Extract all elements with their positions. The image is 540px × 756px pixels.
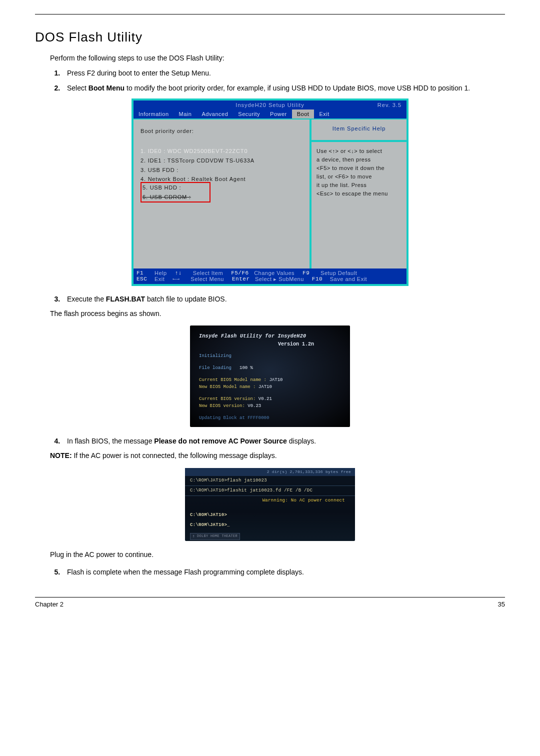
fk-enter: Enter xyxy=(232,276,253,282)
help-line-5: it up the list. Press xyxy=(316,181,402,190)
fk-leftright: ←→ xyxy=(172,276,188,282)
tab-advanced: Advanced xyxy=(196,110,233,118)
shot3-warn: Warnning: No AC power connect xyxy=(190,497,350,504)
fk-updown: ↑↓ xyxy=(175,270,191,276)
fk-esc: ESC xyxy=(136,276,152,282)
fk-f10: F10 xyxy=(312,276,328,282)
fv-select-menu: Select Menu xyxy=(190,276,224,282)
boot-item-5: 5. USB HDD : xyxy=(142,183,206,192)
step-2-c: to modify the boot priority order, for e… xyxy=(124,84,470,92)
steps-list-cont3: Flash is complete when the message Flash… xyxy=(62,567,505,577)
shot2-file: File loading xyxy=(199,365,232,372)
bios-tabs: Information Main Advanced Security Power… xyxy=(134,110,406,118)
boot-item-3: 3. USB FDD : xyxy=(140,166,302,175)
tab-security: Security xyxy=(233,110,265,118)
help-line-6: <Esc> to escape the menu xyxy=(316,190,402,198)
bios-title: InsydeH20 Setup Utility xyxy=(236,102,304,108)
page-number: 35 xyxy=(498,600,505,608)
bios-help-panel: Item Specific Help Use <↑> or <↓> to sel… xyxy=(312,120,406,268)
page-title: DOS Flash Utility xyxy=(35,30,505,45)
tab-main: Main xyxy=(174,110,197,118)
boot-item-1: 1. IDE0 : WDC WD2500BEVT-22ZCT0 xyxy=(140,146,302,156)
shot2-pct: 100 % xyxy=(240,366,253,370)
shot2-nml: New BIOS Model name : xyxy=(199,384,256,390)
chapter-label: Chapter 2 xyxy=(35,600,64,608)
step-1: Press F2 during boot to enter the Setup … xyxy=(62,68,505,78)
boot-item-2: 2. IDE1 : TSSTcorp CDDVDW TS-U633A xyxy=(140,156,302,166)
boot-priority-label: Boot priority order: xyxy=(140,126,302,136)
fv-submenu: Select ▸ SubMenu xyxy=(255,276,304,282)
shot3-l3: C:\ROM\JAT10> xyxy=(190,512,227,518)
top-rule xyxy=(35,14,505,14)
steps-list: Press F2 during boot to enter the Setup … xyxy=(62,68,505,94)
fk-f9: F9 xyxy=(302,270,318,276)
help-line-1: Use <↑> or <↓> to select xyxy=(316,147,402,156)
step-4-note: NOTE: If the AC power is not connected, … xyxy=(50,451,505,461)
bios-left-panel: Boot priority order: 1. IDE0 : WDC WD250… xyxy=(134,120,312,268)
step-1-text: Press F2 during boot to enter the Setup … xyxy=(67,69,211,77)
help-title: Item Specific Help xyxy=(312,120,406,142)
step-3-follow: The flash process begins as shown. xyxy=(50,309,505,319)
bios-rev: Rev. 3.5 xyxy=(304,102,402,108)
step-2-b: Boot Menu xyxy=(88,84,124,92)
shot3-topbar: 2 dir(s) 2,701,333,336 bytes free xyxy=(185,468,355,476)
step-5: Flash is complete when the message Flash… xyxy=(62,567,505,577)
step-4: In flash BIOS, the message Please do not… xyxy=(62,436,505,446)
help-line-3: <F5> to move it down the xyxy=(316,164,402,172)
step-3-a: Execute the xyxy=(67,295,106,303)
tab-boot: Boot xyxy=(292,110,314,118)
ac-warning-screenshot: 2 dir(s) 2,701,333,336 bytes free C:\ROM… xyxy=(185,468,355,541)
steps-list-cont1: Execute the FLASH.BAT batch file to upda… xyxy=(62,294,505,304)
shot2-version: Version 1.2n xyxy=(199,340,344,348)
tab-power: Power xyxy=(265,110,292,118)
bios-header: InsydeH20 Setup Utility Rev. 3.5 xyxy=(134,100,406,110)
fv-setup-default: Setup Default xyxy=(320,270,357,276)
fk-f5f6: F5/F6 xyxy=(231,270,252,276)
shot2-nvl: New BIOS version: xyxy=(199,404,245,408)
tab-exit: Exit xyxy=(314,110,334,118)
step-4-a: In flash BIOS, the message xyxy=(67,437,154,445)
note-label: NOTE: xyxy=(50,452,72,460)
bios-screenshot: InsydeH20 Setup Utility Rev. 3.5 Informa… xyxy=(132,98,408,286)
shot2-cml: Current BIOS Model name : xyxy=(199,378,266,382)
shot2-init: Initializing xyxy=(199,353,232,360)
shot2-title: Insyde Flash Utility for InsydeH20 xyxy=(199,332,344,340)
fv-change-values: Change Values xyxy=(254,270,294,276)
step-3: Execute the FLASH.BAT batch file to upda… xyxy=(62,294,505,304)
step-3-b: FLASH.BAT xyxy=(106,295,145,303)
step-4-follow: Plug in the AC power to continue. xyxy=(50,550,505,560)
shot2-nmv: JAT10 xyxy=(258,384,272,390)
step-2: Select Boot Menu to modify the boot prio… xyxy=(62,83,505,93)
help-line-2: a device, then press xyxy=(316,156,402,164)
shot2-cvv: V0.21 xyxy=(258,396,272,402)
tab-information: Information xyxy=(134,110,174,118)
shot2-nvv: V0.23 xyxy=(248,404,261,408)
step-4-b: Please do not remove AC Power Source xyxy=(154,437,287,445)
shot3-l1: C:\ROM\JAT10>flash jat10023 xyxy=(190,478,267,483)
shot3-badge: ▯ DOLBY HOME THEATER xyxy=(190,533,240,540)
bios-footer: F1Help ↑↓Select Item F5/F6Change Values … xyxy=(134,268,406,284)
fv-help: Help xyxy=(154,270,167,276)
boot-item-6: 6. USB CDROM : xyxy=(142,192,191,202)
note-text: If the AC power is not connected, the fo… xyxy=(72,452,277,460)
help-line-4: list, or <F6> to move xyxy=(316,172,402,181)
shot3-l4: C:\ROM\JAT10>_ xyxy=(190,522,230,528)
step-4-c: displays. xyxy=(287,437,316,445)
shot2-cmv: JAT10 xyxy=(269,378,282,382)
intro-text: Perform the following steps to use the D… xyxy=(50,54,505,62)
shot2-cvl: Current BIOS version: xyxy=(199,396,256,402)
shot3-l2: C:\ROM\JAT10>flashit jat10023.fd /FE /B … xyxy=(190,488,312,493)
help-body: Use <↑> or <↓> to select a device, then … xyxy=(312,142,406,203)
flash-process-screenshot: Insyde Flash Utility for InsydeH20 Versi… xyxy=(190,326,350,427)
shot2-updating: Updating Block at FFFF0000 xyxy=(199,415,344,422)
steps-list-cont2: In flash BIOS, the message Please do not… xyxy=(62,436,505,446)
step-5-text: Flash is complete when the message Flash… xyxy=(67,568,304,576)
fv-save-exit: Save and Exit xyxy=(330,276,367,282)
fv-exit: Exit xyxy=(154,276,164,282)
fv-select-item: Select Item xyxy=(193,270,224,276)
step-2-a: Select xyxy=(67,84,88,92)
fk-f1: F1 xyxy=(136,270,152,276)
red-highlight-box: 5. USB HDD : 6. USB CDROM : xyxy=(140,182,210,202)
step-3-c: batch file to update BIOS. xyxy=(145,295,226,303)
page-footer: Chapter 2 35 xyxy=(35,598,505,608)
